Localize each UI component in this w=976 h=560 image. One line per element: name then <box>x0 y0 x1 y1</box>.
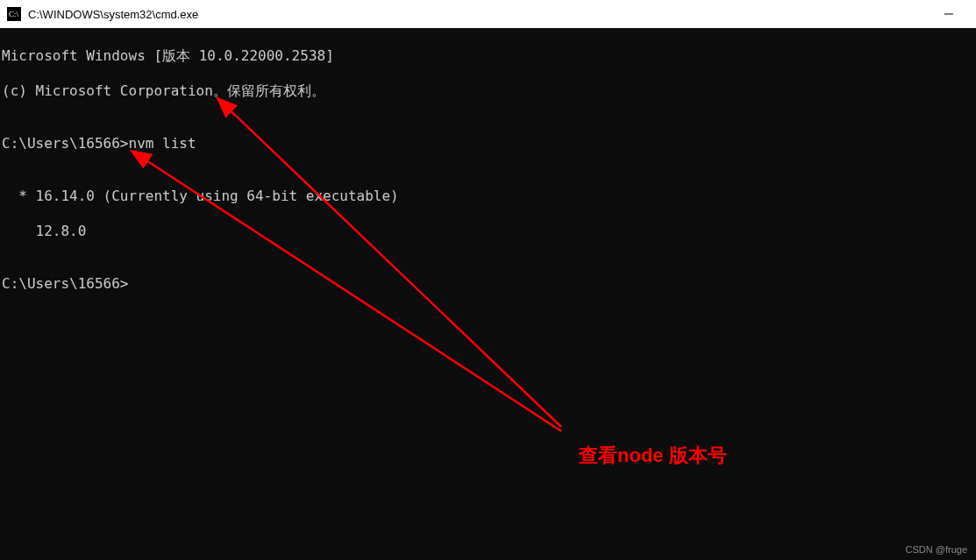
prompt-line-2: C:\Users\16566> <box>2 275 974 293</box>
header-line-2: (c) Microsoft Corporation。保留所有权利。 <box>2 82 974 100</box>
cmd-icon: C:\ <box>7 7 21 21</box>
cmd-window: C:\ C:\WINDOWS\system32\cmd.exe Microsof… <box>0 0 976 560</box>
nvm-list-item-2: 12.8.0 <box>2 223 974 240</box>
terminal-area[interactable]: Microsoft Windows [版本 10.0.22000.2538] (… <box>0 28 976 560</box>
header-line-1: Microsoft Windows [版本 10.0.22000.2538] <box>2 47 974 65</box>
watermark: CSDN @fruge <box>906 544 967 556</box>
window-controls <box>929 0 969 28</box>
command-1: nvm list <box>129 135 196 152</box>
titlebar[interactable]: C:\ C:\WINDOWS\system32\cmd.exe <box>0 0 976 28</box>
annotation-label: 查看node 版本号 <box>579 443 727 468</box>
minimize-button[interactable] <box>929 0 969 28</box>
window-title: C:\WINDOWS\system32\cmd.exe <box>28 8 929 21</box>
nvm-list-item-1: * 16.14.0 (Currently using 64-bit execut… <box>2 188 974 205</box>
svg-text:C:\: C:\ <box>9 10 19 18</box>
prompt-line-1: C:\Users\16566>nvm list <box>2 135 974 152</box>
prompt-path-1: C:\Users\16566> <box>2 135 129 152</box>
prompt-path-2: C:\Users\16566> <box>2 275 129 292</box>
annotation-arrows <box>0 28 976 560</box>
